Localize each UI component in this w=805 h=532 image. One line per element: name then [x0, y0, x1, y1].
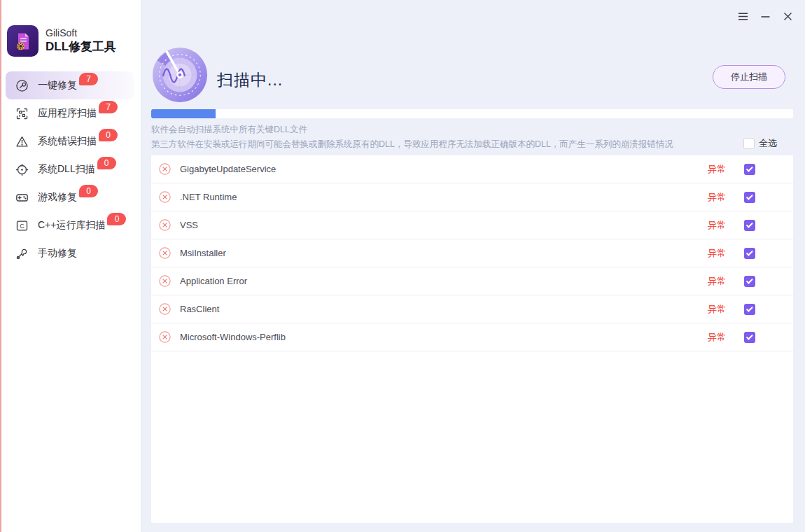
- radar-scanning-icon: [151, 46, 209, 104]
- svg-text:C: C: [20, 222, 24, 229]
- dll-item-name: VSS: [180, 220, 708, 230]
- sidebar-item-label: 系统错误扫描: [38, 135, 97, 148]
- wrench-circle-icon: [15, 79, 29, 92]
- gamepad-icon: [15, 191, 29, 204]
- sidebar: GiliSoft DLL修复工具 一键修复 7 应用程序扫描 7 系统错误扫描 …: [0, 0, 141, 532]
- main-area: 扫描中... 停止扫描 软件会自动扫描系统中所有关键DLL文件 第三方软件在安装…: [142, 0, 805, 532]
- sidebar-item-app-scan[interactable]: 应用程序扫描 7: [6, 99, 134, 127]
- sidebar-item-system-error-scan[interactable]: 系统错误扫描 0: [6, 127, 134, 155]
- scan-result-row[interactable]: Microsoft-Windows-Perflib 异常: [151, 323, 793, 351]
- window-controls: [735, 8, 795, 24]
- target-icon: [15, 163, 29, 176]
- row-checkbox[interactable]: [744, 304, 755, 315]
- sidebar-item-label: 应用程序扫描: [38, 107, 97, 120]
- page-title: 扫描中...: [217, 69, 283, 91]
- count-badge: 0: [107, 213, 126, 225]
- menu-icon[interactable]: [735, 8, 750, 24]
- scan-result-row[interactable]: Application Error 异常: [151, 267, 793, 295]
- row-checkbox[interactable]: [744, 192, 755, 203]
- close-icon[interactable]: [780, 8, 795, 24]
- error-circle-icon: [159, 303, 171, 315]
- row-checkbox[interactable]: [744, 332, 755, 343]
- status-badge: 异常: [708, 275, 726, 288]
- dll-item-name: .NET Runtime: [180, 192, 708, 202]
- scan-description-line2: 第三方软件在安装或运行期间可能会替换或删除系统原有的DLL，导致应用程序无法加载…: [151, 139, 673, 150]
- scan-result-row[interactable]: VSS 异常: [151, 211, 793, 239]
- app-scan-icon: [15, 107, 29, 120]
- window-left-accent: [0, 0, 1, 532]
- status-badge: 异常: [708, 303, 726, 316]
- select-all[interactable]: 全选: [743, 137, 777, 150]
- count-badge: 7: [79, 73, 98, 85]
- sidebar-nav: 一键修复 7 应用程序扫描 7 系统错误扫描 0 系统DLL扫描 0 游戏修复 …: [0, 71, 141, 267]
- error-circle-icon: [159, 331, 171, 343]
- sidebar-item-label: 游戏修复: [38, 191, 77, 204]
- sidebar-item-manual-repair[interactable]: 手动修复: [6, 239, 134, 267]
- dll-item-name: MsiInstaller: [180, 248, 708, 258]
- scan-result-row[interactable]: MsiInstaller 异常: [151, 239, 793, 267]
- count-badge: 0: [99, 129, 118, 141]
- error-circle-icon: [159, 163, 171, 175]
- brand-name: GiliSoft: [46, 27, 116, 39]
- app-window: GiliSoft DLL修复工具 一键修复 7 应用程序扫描 7 系统错误扫描 …: [0, 0, 805, 532]
- count-badge: 0: [97, 157, 116, 169]
- error-circle-icon: [159, 275, 171, 287]
- scan-description-line1: 软件会自动扫描系统中所有关键DLL文件: [151, 124, 307, 136]
- sidebar-item-game-repair[interactable]: 游戏修复 0: [6, 183, 134, 211]
- scan-result-row[interactable]: RasClient 异常: [151, 295, 793, 323]
- select-all-checkbox[interactable]: [743, 138, 755, 149]
- status-badge: 异常: [708, 219, 726, 232]
- minimize-icon[interactable]: [757, 8, 773, 24]
- row-checkbox[interactable]: [744, 220, 755, 231]
- stop-scan-button[interactable]: 停止扫描: [713, 65, 785, 89]
- select-all-label: 全选: [759, 137, 777, 150]
- row-checkbox[interactable]: [744, 248, 755, 259]
- scan-progress-fill: [151, 109, 216, 118]
- status-badge: 异常: [708, 331, 726, 344]
- count-badge: 0: [79, 185, 98, 197]
- error-circle-icon: [159, 247, 171, 259]
- sidebar-item-label: 系统DLL扫描: [38, 163, 95, 176]
- app-logo-text: GiliSoft DLL修复工具: [46, 27, 116, 55]
- error-circle-icon: [159, 219, 171, 231]
- sidebar-item-cpp-runtime-scan[interactable]: C C++运行库扫描 0: [6, 211, 134, 239]
- app-title: DLL修复工具: [46, 39, 116, 55]
- dll-item-name: Microsoft-Windows-Perflib: [180, 332, 708, 342]
- status-badge: 异常: [708, 247, 726, 260]
- app-logo: GiliSoft DLL修复工具: [7, 25, 116, 57]
- dll-item-name: RasClient: [180, 304, 708, 314]
- sidebar-item-label: C++运行库扫描: [38, 219, 105, 232]
- error-circle-icon: [159, 191, 171, 203]
- scan-progress-bar: [151, 109, 793, 118]
- sidebar-item-label: 一键修复: [38, 79, 77, 92]
- row-checkbox[interactable]: [744, 164, 755, 175]
- dll-item-name: GigabyteUpdateService: [180, 164, 708, 174]
- row-checkbox[interactable]: [744, 276, 755, 287]
- count-badge: 7: [99, 101, 118, 113]
- sidebar-item-one-key-repair[interactable]: 一键修复 7: [6, 71, 134, 99]
- sidebar-item-system-dll-scan[interactable]: 系统DLL扫描 0: [6, 155, 134, 183]
- status-badge: 异常: [708, 191, 726, 204]
- scan-result-row[interactable]: GigabyteUpdateService 异常: [151, 155, 793, 183]
- sidebar-item-label: 手动修复: [38, 247, 77, 260]
- scan-result-list: GigabyteUpdateService 异常 .NET Runtime 异常…: [151, 155, 793, 523]
- scan-result-row[interactable]: .NET Runtime 异常: [151, 183, 793, 211]
- warning-triangle-icon: [15, 135, 29, 148]
- c-square-icon: C: [15, 219, 29, 232]
- wrench-icon: [15, 247, 29, 260]
- app-logo-icon: [7, 25, 38, 57]
- dll-item-name: Application Error: [180, 276, 708, 286]
- status-badge: 异常: [708, 163, 726, 176]
